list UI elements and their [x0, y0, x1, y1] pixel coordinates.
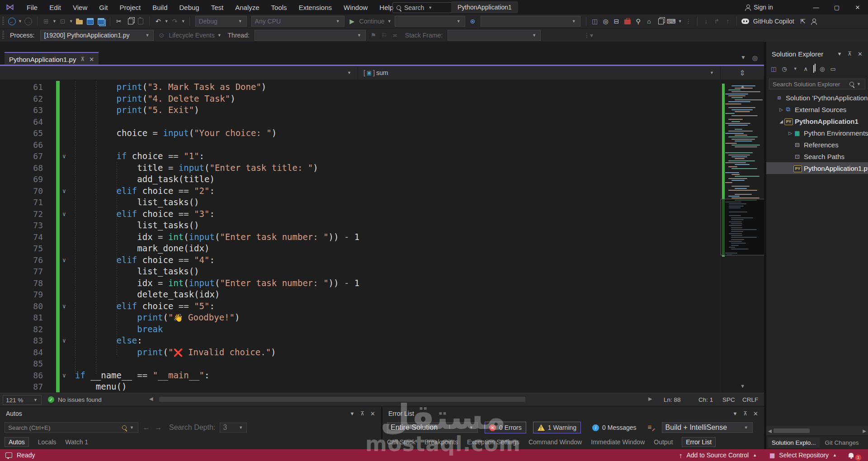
close-tab-icon[interactable]: ✕	[89, 56, 94, 63]
menu-item-debug[interactable]: Debug	[174, 0, 205, 14]
toolbox-icon[interactable]	[623, 17, 632, 26]
solution-platform-dropdown[interactable]: Any CPU▼	[251, 16, 344, 27]
menu-item-tools[interactable]: Tools	[265, 0, 293, 14]
fold-collapse-icon[interactable]: ∨	[56, 208, 72, 220]
startup-item-dropdown[interactable]: ▼	[481, 16, 580, 27]
tab-watch-1[interactable]: Watch 1	[65, 438, 88, 446]
new-project-dropdown[interactable]: ▼	[52, 19, 57, 24]
code-editor[interactable]: 61 print("3. Mark Task as Done")62 print…	[0, 80, 764, 393]
feedback-bubble-icon[interactable]	[5, 452, 12, 458]
maximize-button[interactable]: ▢	[826, 0, 847, 14]
search-forward-icon[interactable]: →	[155, 423, 162, 432]
step-over-icon[interactable]: ↱	[713, 17, 721, 26]
preview-selected-items-icon[interactable]: ▭	[830, 66, 835, 72]
web-browser-icon[interactable]: ⊛	[469, 17, 477, 26]
save-all-button[interactable]	[97, 17, 105, 26]
warnings-filter-button[interactable]: 1 Warning	[533, 422, 581, 433]
fold-collapse-icon[interactable]: ∨	[56, 335, 72, 347]
tab-autos[interactable]: Autos	[5, 437, 29, 447]
autos-search-input[interactable]: Search (Ctrl+E) ▼	[5, 422, 138, 433]
menu-item-project[interactable]: Project	[113, 0, 146, 14]
tab-command-window[interactable]: Command Window	[528, 438, 582, 446]
document-health-indicator[interactable]: ✓ No issues found	[48, 393, 102, 406]
lifecycle-events-icon[interactable]: ⊙	[157, 31, 165, 40]
live-share-icon[interactable]	[810, 17, 818, 26]
tab-output[interactable]: Output	[654, 438, 673, 446]
sign-in-button[interactable]: Sign in	[745, 0, 773, 14]
undo-dropdown[interactable]: ▼	[165, 19, 169, 24]
debug-target-dropdown[interactable]: ▼	[395, 16, 465, 27]
navigate-back-button[interactable]: ←	[8, 17, 16, 26]
navigate-back-dropdown[interactable]: ▼	[18, 19, 22, 24]
share-icon[interactable]: ⇱	[799, 17, 807, 26]
window-position-dropdown-icon[interactable]: ▼	[349, 411, 354, 416]
menu-item-build[interactable]: Build	[146, 0, 173, 14]
terminal-icon[interactable]: ⌨	[667, 17, 676, 26]
undo-button[interactable]: ↶	[154, 17, 162, 26]
search-back-icon[interactable]: ←	[143, 423, 150, 432]
close-icon[interactable]: ✕	[370, 410, 375, 417]
navigate-forward-button[interactable]: →	[24, 17, 33, 26]
window-position-dropdown-icon[interactable]: ▼	[837, 51, 842, 56]
home-icon[interactable]: ⌂	[645, 17, 653, 26]
thread-dropdown[interactable]: ▼	[255, 30, 366, 41]
tab-solution-explo-[interactable]: Solution Explo...	[768, 437, 820, 448]
tree-item-solution-pythonapplication1-[interactable]: ⧇Solution 'PythonApplication1'	[766, 92, 868, 103]
fold-collapse-icon[interactable]: ∨	[56, 301, 72, 312]
collapse-all-icon[interactable]: ∧	[804, 66, 808, 72]
tab-exception-settings[interactable]: Exception Settings	[467, 438, 519, 446]
error-list-title-bar[interactable]: Error List ▼ ⊼ ✕	[382, 407, 764, 420]
attach-to-process-icon[interactable]: ◫	[591, 17, 599, 26]
pin-icon[interactable]: ⊼	[360, 410, 364, 417]
tree-item-python-environments[interactable]: ▷▦Python Environments	[766, 127, 868, 139]
tab-locals[interactable]: Locals	[38, 438, 56, 446]
fold-collapse-icon[interactable]: ∨	[56, 151, 72, 162]
tree-item-pythonapplication1[interactable]: ◢PYPythonApplication1	[766, 115, 868, 127]
tree-item-pythonapplication1-py[interactable]: PYPythonApplication1.py	[766, 162, 868, 174]
lifecycle-events-dropdown[interactable]: ▼	[217, 33, 222, 38]
toolbar-grip[interactable]	[2, 17, 4, 26]
switch-views-icon[interactable]: ◫	[771, 66, 776, 72]
zoom-level-dropdown[interactable]: 121 %▼	[3, 395, 42, 405]
open-file-button[interactable]	[75, 17, 84, 26]
document-tab[interactable]: PythonApplication1.py ⊼ ✕	[5, 52, 99, 66]
close-button[interactable]: ✕	[847, 0, 868, 14]
hscroll-right-icon[interactable]: ▶	[648, 396, 652, 402]
hscroll-thumb[interactable]	[774, 428, 810, 433]
fold-collapse-icon[interactable]: ∨	[56, 370, 72, 381]
build-settings-icon[interactable]: ◎	[602, 17, 610, 26]
redo-button[interactable]: ↷	[171, 17, 179, 26]
step-out-icon[interactable]: ↑	[724, 17, 732, 26]
caret-up-icon[interactable]: ▲	[753, 453, 757, 457]
errors-filter-button[interactable]: ✕ 0 Errors	[485, 422, 526, 433]
fold-collapse-icon[interactable]: ∨	[56, 185, 72, 197]
tab-breakpoints[interactable]: Breakpoints	[425, 438, 458, 446]
search-depth-dropdown[interactable]: 3▼	[220, 423, 247, 433]
close-icon[interactable]: ✕	[858, 51, 863, 57]
add-item-button[interactable]: ⊡	[59, 17, 67, 26]
close-icon[interactable]: ✕	[753, 410, 758, 417]
tree-item-references[interactable]: ⊟References	[766, 139, 868, 151]
terminal-dropdown[interactable]: ▼	[678, 19, 682, 24]
step-into-icon[interactable]: ↓	[702, 17, 710, 26]
toolbar-grip[interactable]	[2, 31, 4, 40]
menu-item-test[interactable]: Test	[205, 0, 230, 14]
search-options-dropdown-icon[interactable]: ▼	[857, 82, 861, 86]
menu-item-view[interactable]: View	[67, 0, 93, 14]
minimap-viewport[interactable]	[721, 199, 764, 255]
messages-filter-button[interactable]: i 0 Messages	[588, 422, 641, 433]
paste-button[interactable]	[137, 17, 145, 26]
minimap-scrollbar[interactable]: ▲ ▼	[720, 80, 764, 393]
filter-icon[interactable]	[648, 424, 655, 431]
add-to-source-control-button[interactable]: Add to Source Control	[686, 452, 749, 459]
solution-configuration-dropdown[interactable]: Debug▼	[195, 16, 247, 27]
redo-dropdown[interactable]: ▼	[181, 19, 185, 24]
solution-explorer-title-bar[interactable]: Solution Explorer ▼ ⊼ ✕	[766, 42, 868, 61]
flag-icon[interactable]: ⚑	[369, 31, 377, 40]
window-position-dropdown-icon[interactable]: ▼	[732, 411, 737, 416]
tab-error-list[interactable]: Error List	[682, 437, 716, 447]
spaces-indicator[interactable]: SPC	[722, 393, 735, 406]
properties-icon[interactable]: ◎	[820, 66, 825, 72]
expander-collapsed-icon[interactable]: ▷	[787, 131, 793, 136]
search-box[interactable]: Search ▼	[392, 2, 454, 13]
